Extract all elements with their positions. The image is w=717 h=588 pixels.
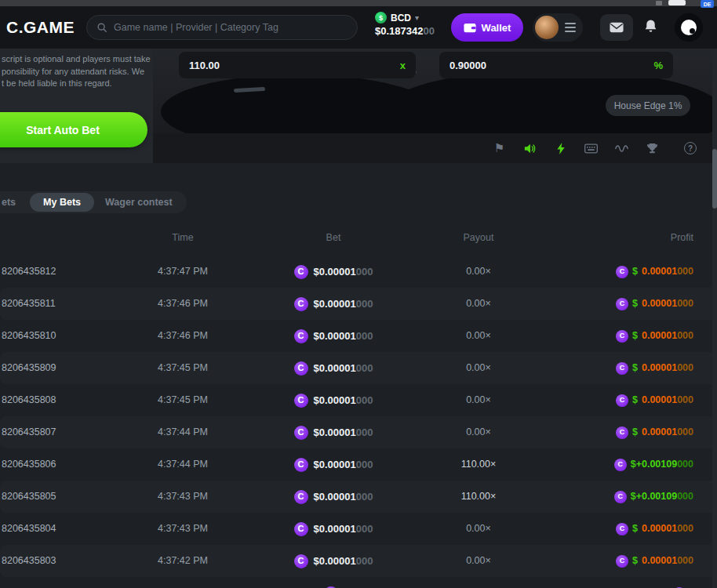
- bet-profit: C $0.00001000: [490, 513, 693, 545]
- bet-time: 4:37:44 PM: [126, 448, 240, 481]
- payout-input-field[interactable]: x: [179, 52, 416, 78]
- bet-amount: C $0.00001000: [259, 384, 408, 416]
- bet-time: 4:37:46 PM: [126, 288, 240, 320]
- bet-row[interactable]: 8206435808 4:37:45 PM C $0.00001000 0.00…: [0, 384, 717, 416]
- tab-wager-contest[interactable]: Wager contest: [94, 197, 184, 208]
- bet-id: 8206435812: [2, 256, 119, 288]
- bcd-coin-icon: $: [375, 12, 387, 24]
- profit-amount-dim: 000: [677, 320, 693, 352]
- browser-extension-icon[interactable]: [656, 1, 662, 5]
- bet-amount-dim: 000: [356, 416, 373, 448]
- user-avatar[interactable]: [535, 16, 559, 39]
- bet-amount-main: $0.00001: [314, 320, 356, 352]
- bet-row[interactable]: 8206435806 4:37:44 PM C $0.00001000 110.…: [0, 448, 717, 481]
- scrollbar[interactable]: [712, 49, 717, 588]
- bet-row[interactable]: 8206435811 4:37:46 PM C $0.00001000 0.00…: [0, 288, 717, 320]
- hotkeys-keyboard-icon[interactable]: [584, 142, 598, 155]
- bet-id: 8206435807: [2, 416, 119, 448]
- turbo-lightning-icon[interactable]: [554, 142, 567, 155]
- auto-bet-panel: script is optional and players must take…: [0, 49, 153, 163]
- profit-currency-sign: $: [631, 448, 636, 481]
- bet-amount-main: $0.00001: [314, 256, 356, 288]
- bet-amount-main: $0.00001: [314, 288, 356, 320]
- user-menu[interactable]: [533, 13, 583, 42]
- payout-input[interactable]: [189, 60, 400, 71]
- bet-amount: C $0.00001000: [259, 448, 408, 481]
- profit-amount-main: 0.00001: [642, 416, 677, 448]
- bet-row[interactable]: 8206435803 4:37:42 PM C $0.00001000 0.00…: [0, 545, 717, 577]
- bet-time: 4:37:45 PM: [126, 384, 240, 416]
- profit-currency-sign: $: [631, 481, 636, 513]
- bet-amount: C: [259, 577, 408, 588]
- profit-amount-dim: 000: [677, 256, 693, 288]
- bet-amount: C $0.00001000: [259, 256, 408, 288]
- fairness-flag-icon[interactable]: ⚑: [493, 142, 506, 155]
- win-chance-percent-suffix: %: [653, 60, 663, 71]
- bet-row[interactable]: 8206435810 4:37:46 PM C $0.00001000 0.00…: [0, 320, 717, 352]
- bet-amount-main: $0.00001: [314, 513, 356, 545]
- bet-amount-dim: 000: [356, 384, 373, 416]
- browser-chrome-strip: DE: [0, 0, 717, 6]
- win-chance-input-field[interactable]: %: [439, 52, 673, 78]
- win-chance-input[interactable]: [449, 60, 653, 71]
- bet-id: 8206435806: [2, 448, 119, 481]
- disclaimer-line: t be held liable in this regard.: [2, 78, 112, 88]
- profit-currency-sign: $: [632, 545, 638, 577]
- disclaimer-line: script is optional and players must take: [2, 54, 151, 64]
- sound-icon[interactable]: [523, 142, 537, 155]
- start-auto-bet-button[interactable]: Start Auto Bet: [0, 112, 147, 147]
- wallet-label: Wallet: [482, 22, 511, 34]
- game-area: x % House Edge 1% ⚑ ?: [153, 49, 717, 163]
- site-logo[interactable]: C.GAME: [6, 6, 75, 49]
- search-bar[interactable]: [86, 15, 358, 40]
- bet-profit: C $+0.00109000: [490, 481, 693, 513]
- bet-row[interactable]: 8206435805 4:37:43 PM C $0.00001000 110.…: [0, 481, 717, 513]
- search-input[interactable]: [114, 22, 357, 33]
- support-chat-icon: [681, 20, 697, 35]
- profit-amount-dim: 000: [677, 513, 693, 545]
- support-chat-button[interactable]: [675, 13, 703, 42]
- bcd-coin-icon: C: [616, 266, 628, 278]
- browser-extension-icon[interactable]: [668, 0, 686, 5]
- currency-selector[interactable]: $ BCD ▾ $0.18734200: [375, 12, 435, 37]
- bet-amount-dim: 000: [356, 545, 373, 577]
- bet-amount-dim: 000: [356, 256, 373, 288]
- browser-extension-de-badge[interactable]: DE: [701, 0, 714, 8]
- notifications-bell-icon[interactable]: [643, 19, 658, 37]
- wallet-button[interactable]: Wallet: [451, 13, 523, 42]
- bet-amount-main: $0.00001: [314, 352, 356, 384]
- profit-currency-sign: $: [632, 513, 638, 545]
- bet-profit: C $+0.00109000: [490, 448, 693, 481]
- bcd-coin-icon: C: [294, 522, 308, 536]
- tab-my-bets[interactable]: My Bets: [30, 193, 94, 212]
- scrollbar-thumb[interactable]: [712, 149, 717, 209]
- bet-profit: C $0.00001000: [490, 352, 693, 384]
- envelope-icon: [610, 22, 624, 33]
- bet-row[interactable]: 8206435809 4:37:45 PM C $0.00001000 0.00…: [0, 352, 717, 384]
- bet-row[interactable]: 8206435812 4:37:47 PM C $0.00001000 0.00…: [0, 256, 717, 288]
- bcd-coin-icon: C: [294, 361, 308, 376]
- chevron-down-icon: ▾: [415, 13, 419, 22]
- profit-amount-main: +0.00109: [636, 481, 677, 513]
- bet-row[interactable]: C C: [0, 577, 717, 588]
- bet-id: 8206435804: [2, 513, 119, 545]
- help-icon[interactable]: ?: [684, 142, 697, 154]
- inbox-button[interactable]: [600, 14, 633, 41]
- top-navigation-bar: C.GAME $ BCD ▾ $0.18734200 Wallet: [0, 6, 717, 49]
- bet-row[interactable]: 8206435804 4:37:43 PM C $0.00001000 0.00…: [0, 513, 717, 545]
- bet-profit: C $0.00001000: [490, 384, 693, 416]
- tab-all-bets[interactable]: ets: [2, 197, 30, 208]
- bcd-coin-icon: C: [614, 459, 627, 471]
- bet-amount-main: $0.00001: [314, 416, 356, 448]
- profit-currency-sign: $: [632, 256, 638, 288]
- leaderboard-trophy-icon[interactable]: [646, 142, 659, 155]
- profit-amount-main: 0.00001: [642, 288, 677, 320]
- bet-id: 8206435805: [2, 481, 119, 513]
- bcd-coin-icon: C: [616, 555, 628, 568]
- profit-amount-dim: 000: [677, 448, 693, 481]
- live-stats-icon[interactable]: [615, 142, 628, 155]
- profit-currency-sign: $: [632, 320, 638, 352]
- bet-amount-dim: 000: [356, 288, 373, 320]
- bet-row[interactable]: 8206435807 4:37:44 PM C $0.00001000 0.00…: [0, 416, 717, 448]
- bcd-coin-icon: C: [616, 362, 628, 375]
